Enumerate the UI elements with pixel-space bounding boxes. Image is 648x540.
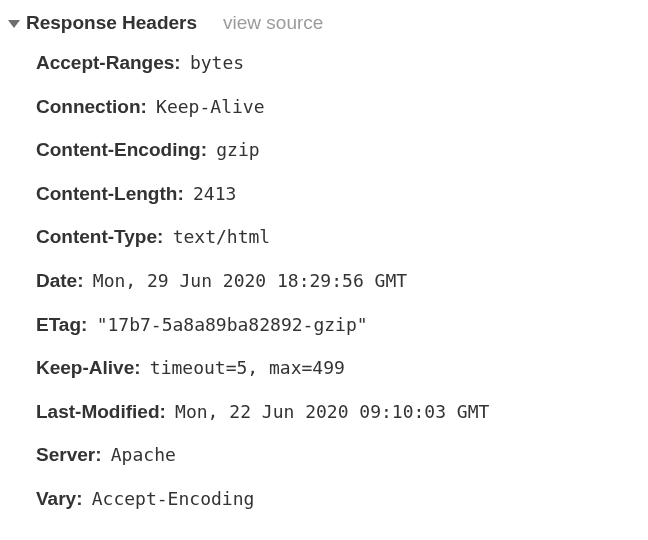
header-value: Keep-Alive: [156, 96, 264, 117]
header-name: Server:: [36, 444, 102, 465]
header-row: ETag: "17b7-5a8a89ba82892-gzip": [36, 312, 646, 339]
header-value: timeout=5, max=499: [150, 357, 345, 378]
header-row: Content-Encoding: gzip: [36, 137, 646, 164]
header-value: bytes: [190, 52, 244, 73]
header-name: Accept-Ranges:: [36, 52, 181, 73]
header-value: Mon, 29 Jun 2020 18:29:56 GMT: [93, 270, 407, 291]
header-value: text/html: [173, 226, 271, 247]
view-source-link[interactable]: view source: [223, 12, 323, 34]
header-row: Server: Apache: [36, 442, 646, 469]
header-value: Mon, 22 Jun 2020 09:10:03 GMT: [175, 401, 489, 422]
header-name: Keep-Alive:: [36, 357, 141, 378]
header-row: Keep-Alive: timeout=5, max=499: [36, 355, 646, 382]
header-name: ETag:: [36, 314, 87, 335]
headers-list: Accept-Ranges: bytes Connection: Keep-Al…: [2, 50, 646, 513]
header-value: gzip: [216, 139, 259, 160]
header-row: Content-Type: text/html: [36, 224, 646, 251]
header-row: Last-Modified: Mon, 22 Jun 2020 09:10:03…: [36, 399, 646, 426]
header-row: Date: Mon, 29 Jun 2020 18:29:56 GMT: [36, 268, 646, 295]
section-title: Response Headers: [26, 12, 197, 34]
header-name: Last-Modified:: [36, 401, 166, 422]
header-row: Connection: Keep-Alive: [36, 94, 646, 121]
header-name: Content-Type:: [36, 226, 163, 247]
header-row: Accept-Ranges: bytes: [36, 50, 646, 77]
header-value: Apache: [111, 444, 176, 465]
section-header[interactable]: Response Headers view source: [2, 8, 646, 50]
header-value: "17b7-5a8a89ba82892-gzip": [97, 314, 368, 335]
header-name: Connection:: [36, 96, 147, 117]
header-name: Content-Length:: [36, 183, 184, 204]
header-row: Vary: Accept-Encoding: [36, 486, 646, 513]
header-row: Content-Length: 2413: [36, 181, 646, 208]
header-value: 2413: [193, 183, 236, 204]
header-name: Content-Encoding:: [36, 139, 207, 160]
header-name: Date:: [36, 270, 84, 291]
header-value: Accept-Encoding: [92, 488, 255, 509]
disclosure-triangle-icon: [8, 20, 20, 28]
header-name: Vary:: [36, 488, 82, 509]
